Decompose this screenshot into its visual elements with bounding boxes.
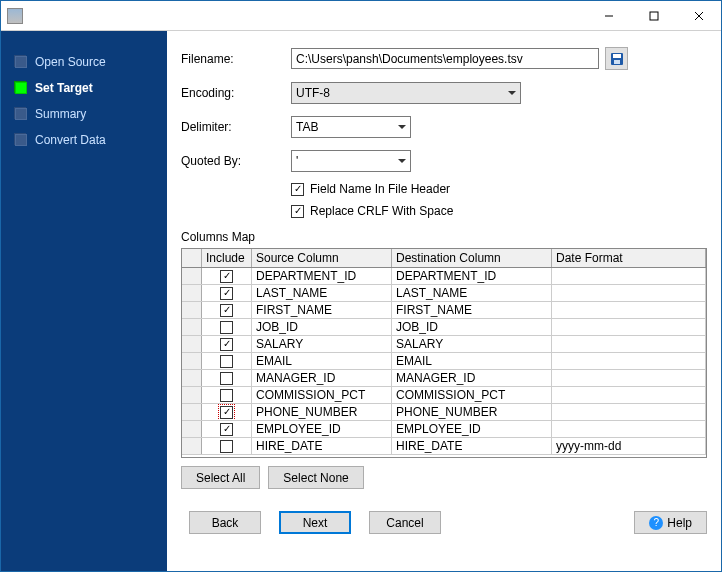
table-row[interactable]: SALARYSALARY <box>182 336 706 353</box>
row-handle[interactable] <box>182 285 202 301</box>
quoted-by-select[interactable]: ' <box>291 150 411 172</box>
select-none-button[interactable]: Select None <box>268 466 363 489</box>
chevron-down-icon <box>398 125 406 129</box>
nav-label: Set Target <box>35 81 93 95</box>
destination-column-cell[interactable]: JOB_ID <box>392 319 552 335</box>
include-checkbox[interactable] <box>220 270 233 283</box>
include-checkbox[interactable] <box>220 389 233 402</box>
destination-column-cell[interactable]: DEPARTMENT_ID <box>392 268 552 284</box>
source-column-cell[interactable]: MANAGER_ID <box>252 370 392 386</box>
include-checkbox[interactable] <box>220 423 233 436</box>
source-column-cell[interactable]: PHONE_NUMBER <box>252 404 392 420</box>
minimize-button[interactable] <box>586 1 631 30</box>
back-button[interactable]: Back <box>189 511 261 534</box>
row-handle[interactable] <box>182 421 202 437</box>
table-row[interactable]: LAST_NAMELAST_NAME <box>182 285 706 302</box>
cancel-button[interactable]: Cancel <box>369 511 441 534</box>
row-handle[interactable] <box>182 387 202 403</box>
delimiter-select[interactable]: TAB <box>291 116 411 138</box>
source-column-cell[interactable]: EMAIL <box>252 353 392 369</box>
destination-column-cell[interactable]: FIRST_NAME <box>392 302 552 318</box>
table-row[interactable]: JOB_IDJOB_ID <box>182 319 706 336</box>
nav-convert-data[interactable]: Convert Data <box>1 127 167 153</box>
filename-input[interactable] <box>291 48 599 69</box>
date-format-cell[interactable] <box>552 319 706 335</box>
include-checkbox[interactable] <box>220 321 233 334</box>
include-checkbox[interactable] <box>220 287 233 300</box>
date-format-cell[interactable] <box>552 302 706 318</box>
row-handle[interactable] <box>182 319 202 335</box>
date-format-cell[interactable] <box>552 421 706 437</box>
nav-summary[interactable]: Summary <box>1 101 167 127</box>
destination-column-cell[interactable]: SALARY <box>392 336 552 352</box>
grid-header-destination[interactable]: Destination Column <box>392 249 552 267</box>
close-button[interactable] <box>676 1 721 30</box>
source-column-cell[interactable]: SALARY <box>252 336 392 352</box>
save-file-button[interactable] <box>605 47 628 70</box>
date-format-cell[interactable] <box>552 387 706 403</box>
encoding-select[interactable]: UTF-8 <box>291 82 521 104</box>
encoding-label: Encoding: <box>181 86 291 100</box>
row-handle[interactable] <box>182 302 202 318</box>
date-format-cell[interactable] <box>552 285 706 301</box>
delimiter-value: TAB <box>296 120 318 134</box>
help-button[interactable]: ? Help <box>634 511 707 534</box>
source-column-cell[interactable]: FIRST_NAME <box>252 302 392 318</box>
include-cell <box>202 370 252 386</box>
row-handle[interactable] <box>182 370 202 386</box>
next-button[interactable]: Next <box>279 511 351 534</box>
row-handle[interactable] <box>182 353 202 369</box>
maximize-button[interactable] <box>631 1 676 30</box>
row-handle[interactable] <box>182 404 202 420</box>
destination-column-cell[interactable]: MANAGER_ID <box>392 370 552 386</box>
date-format-cell[interactable] <box>552 336 706 352</box>
table-row[interactable]: FIRST_NAMEFIRST_NAME <box>182 302 706 319</box>
table-row[interactable]: EMAILEMAIL <box>182 353 706 370</box>
select-all-button[interactable]: Select All <box>181 466 260 489</box>
destination-column-cell[interactable]: COMMISSION_PCT <box>392 387 552 403</box>
nav-open-source[interactable]: Open Source <box>1 49 167 75</box>
table-row[interactable]: PHONE_NUMBERPHONE_NUMBER <box>182 404 706 421</box>
grid-header-include[interactable]: Include <box>202 249 252 267</box>
columns-map-grid: Include Source Column Destination Column… <box>181 248 707 458</box>
table-row[interactable]: HIRE_DATEHIRE_DATEyyyy-mm-dd <box>182 438 706 455</box>
date-format-cell[interactable] <box>552 404 706 420</box>
grid-body[interactable]: DEPARTMENT_IDDEPARTMENT_IDLAST_NAMELAST_… <box>182 268 706 457</box>
row-handle[interactable] <box>182 438 202 454</box>
source-column-cell[interactable]: JOB_ID <box>252 319 392 335</box>
include-checkbox[interactable] <box>220 304 233 317</box>
grid-header-source[interactable]: Source Column <box>252 249 392 267</box>
source-column-cell[interactable]: HIRE_DATE <box>252 438 392 454</box>
include-checkbox[interactable] <box>220 440 233 453</box>
table-row[interactable]: DEPARTMENT_IDDEPARTMENT_ID <box>182 268 706 285</box>
table-row[interactable]: EMPLOYEE_IDEMPLOYEE_ID <box>182 421 706 438</box>
source-column-cell[interactable]: LAST_NAME <box>252 285 392 301</box>
include-cell <box>202 285 252 301</box>
date-format-cell[interactable] <box>552 353 706 369</box>
include-checkbox[interactable] <box>220 338 233 351</box>
table-row[interactable]: MANAGER_IDMANAGER_ID <box>182 370 706 387</box>
field-name-header-checkbox[interactable] <box>291 183 304 196</box>
source-column-cell[interactable]: COMMISSION_PCT <box>252 387 392 403</box>
include-checkbox[interactable] <box>220 355 233 368</box>
include-checkbox[interactable] <box>220 406 233 419</box>
date-format-cell[interactable] <box>552 268 706 284</box>
table-row[interactable]: COMMISSION_PCTCOMMISSION_PCT <box>182 387 706 404</box>
destination-column-cell[interactable]: EMPLOYEE_ID <box>392 421 552 437</box>
destination-column-cell[interactable]: LAST_NAME <box>392 285 552 301</box>
source-column-cell[interactable]: EMPLOYEE_ID <box>252 421 392 437</box>
destination-column-cell[interactable]: EMAIL <box>392 353 552 369</box>
titlebar <box>1 1 721 31</box>
nav-set-target[interactable]: Set Target <box>1 75 167 101</box>
row-handle[interactable] <box>182 268 202 284</box>
destination-column-cell[interactable]: HIRE_DATE <box>392 438 552 454</box>
replace-crlf-checkbox[interactable] <box>291 205 304 218</box>
grid-header-date-format[interactable]: Date Format <box>552 249 706 267</box>
date-format-cell[interactable]: yyyy-mm-dd <box>552 438 706 454</box>
source-column-cell[interactable]: DEPARTMENT_ID <box>252 268 392 284</box>
include-checkbox[interactable] <box>220 372 233 385</box>
help-icon: ? <box>649 516 663 530</box>
date-format-cell[interactable] <box>552 370 706 386</box>
destination-column-cell[interactable]: PHONE_NUMBER <box>392 404 552 420</box>
row-handle[interactable] <box>182 336 202 352</box>
